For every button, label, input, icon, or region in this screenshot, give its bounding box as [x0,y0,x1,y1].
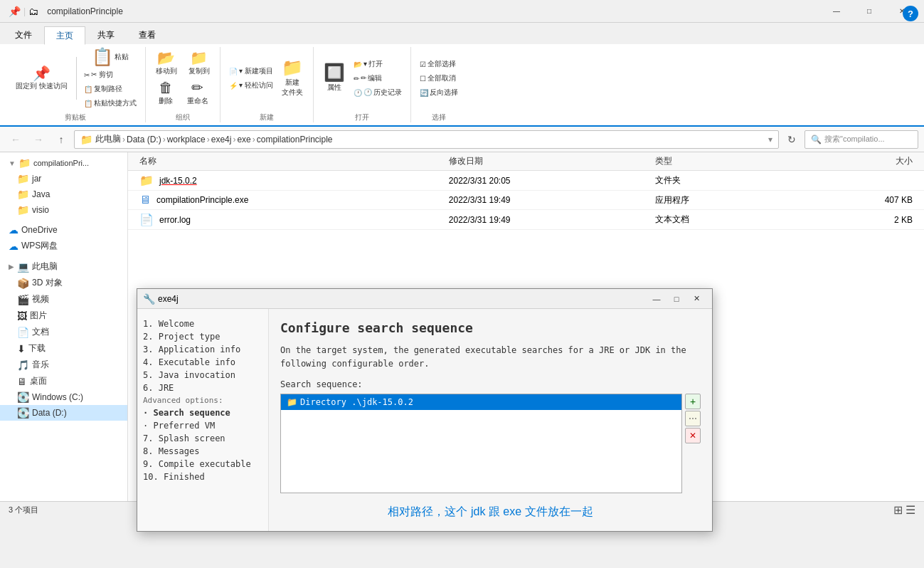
copy-path-button[interactable]: 📋 复制路径 [81,83,139,95]
sidebar-item-label: visio [32,205,49,215]
nav-messages[interactable]: 8. Messages [143,445,262,458]
file-list-header: 名称 修改日期 类型 大小 [128,152,924,171]
new-folder-button[interactable]: 📁 新建文件夹 [277,58,307,99]
edit-button[interactable]: ✏ ✏ 编辑 [351,72,405,85]
maximize-button[interactable]: □ [853,0,886,23]
exe4j-dialog[interactable]: 🔧 exe4j — □ ✕ 1. Welcome 2. Project type… [137,288,713,532]
sidebar-item-downloads[interactable]: ⬇ 下载 [0,340,127,357]
nav-compile-executable[interactable]: 9. Compile executable [143,458,262,470]
file-name-exe: 🖥 compilationPrinciple.exe [139,194,449,206]
sidebar-item-desktop[interactable]: 🖥 桌面 [0,373,127,389]
paste-icon: 📋 [92,48,113,65]
move-to-button[interactable]: 📂 移动到 [152,49,181,78]
tab-home[interactable]: 主页 [44,26,85,45]
sequence-delete-button[interactable]: ✕ [685,428,701,443]
col-header-size[interactable]: 大小 [809,155,913,167]
sidebar-item-java[interactable]: 📁 Java [0,186,127,202]
nav-welcome[interactable]: 1. Welcome [143,317,262,330]
pin-icon: 📌 [9,6,21,17]
sequence-add-button[interactable]: + [685,394,701,409]
scissors-icon: ✂ [84,71,90,79]
dialog-maximize-btn[interactable]: □ [667,291,686,307]
nav-preferred-vm[interactable]: · Preferred VM [143,419,262,432]
new-item-button[interactable]: 📄 ▾ 新建项目 [226,65,276,78]
sequence-item-0[interactable]: 📁 Directory .\jdk-15.0.2 [281,394,681,410]
nav-application-info[interactable]: 3. Application info [143,343,262,356]
sidebar-item-documents[interactable]: 📄 文档 [0,324,127,340]
open-button[interactable]: 📂 ▾ 打开 [351,58,405,70]
paste-shortcut-icon: 📋 [84,100,92,107]
list-view-icon[interactable]: ⊞ [893,503,903,517]
dialog-titlebar: 🔧 exe4j — □ ✕ [137,289,712,309]
sidebar-item-video[interactable]: 🎬 视频 [0,291,127,307]
sidebar-item-label: Data (D:) [32,408,67,418]
col-header-date[interactable]: 修改日期 [449,155,655,167]
up-button[interactable]: ↑ [51,130,71,149]
sidebar-item-pictures[interactable]: 🖼 图片 [0,307,127,324]
file-row-log[interactable]: 📄 error.log 2022/3/31 19:49 文本文档 2 KB [128,210,924,230]
easy-access-button[interactable]: ⚡ ▾ 轻松访问 [226,79,276,92]
sidebar-item-thispc[interactable]: ▶ 💻 此电脑 [0,258,127,275]
address-input[interactable]: 📁 此电脑 › Data (D:) › workplace › exe4j › … [74,130,779,149]
nav-advanced-label: Advanced options: [143,394,262,406]
minimize-button[interactable]: — [820,0,853,23]
sidebar-item-jar[interactable]: 📁 jar [0,171,127,186]
cut-button[interactable]: ✂ ✂ 剪切 [81,68,139,81]
copy-path-icon: 📋 [84,85,92,93]
nav-finished[interactable]: 10. Finished [143,470,262,483]
address-dropdown[interactable]: ▾ [768,135,772,144]
properties-button[interactable]: 🔲 属性 [319,63,349,94]
desktop-icon: 🖥 [17,376,27,387]
onedrive-icon: ☁ [9,224,18,236]
nav-splash-screen[interactable]: 7. Splash screen [143,432,262,445]
nav-project-type[interactable]: 2. Project type [143,330,262,343]
sidebar-item-onedrive[interactable]: ☁ OneDrive [0,222,127,238]
nav-executable-info[interactable]: 4. Executable info [143,356,262,369]
dialog-sequence-label: Search sequence: [280,379,701,389]
deselect-all-button[interactable]: ☐ 全部取消 [417,72,461,85]
sidebar-item-data-d[interactable]: 💽 Data (D:) [0,405,127,421]
ribbon-group-clipboard: 📌 固定到 快速访问 📋 粘贴 ✂ ✂ 剪切 📋 复制路径 📋 [6,47,146,122]
invert-select-button[interactable]: 🔄 反向选择 [417,86,461,99]
rename-button[interactable]: ✏ 重命名 [183,79,213,107]
col-header-name[interactable]: 名称 [139,155,449,167]
tab-view[interactable]: 查看 [127,26,168,44]
col-header-type[interactable]: 类型 [655,155,809,167]
history-button[interactable]: 🕐 🕐 历史记录 [351,86,405,99]
delete-button[interactable]: 🗑 删除 [152,79,180,107]
file-row-jdk[interactable]: 📁 jdk-15.0.2 2022/3/31 20:05 文件夹 [128,171,924,191]
paste-shortcut-button[interactable]: 📋 粘贴快捷方式 [81,97,139,110]
file-row-exe[interactable]: 🖥 compilationPrinciple.exe 2022/3/31 19:… [128,191,924,210]
back-button[interactable]: ← [6,130,26,149]
sidebar-item-compilationpri[interactable]: ▼ 📁 compilationPri... [0,155,127,171]
nav-search-sequence[interactable]: · Search sequence [143,406,262,419]
sequence-edit-button[interactable]: ⋯ [685,411,701,426]
dialog-close-btn[interactable]: ✕ [686,291,706,307]
exe-icon: 🖥 [139,194,151,206]
tab-share[interactable]: 共享 [85,26,127,44]
sidebar-item-visio[interactable]: 📁 visio [0,202,127,218]
new-items: 📄 ▾ 新建项目 ⚡ ▾ 轻松访问 📁 新建文件夹 [226,47,307,110]
help-button[interactable]: ? [903,6,918,21]
sidebar-item-music[interactable]: 🎵 音乐 [0,357,127,373]
detail-view-icon[interactable]: ☰ [906,503,915,517]
new-item-icon: 📄 [229,68,238,75]
select-all-button[interactable]: ☑ 全部选择 [417,58,461,70]
pc-icon: 💻 [17,261,29,273]
dialog-minimize-btn[interactable]: — [647,291,667,307]
dialog-title: exe4j [158,294,179,304]
paste-button[interactable]: 📋 粘贴 [81,47,139,67]
sidebar-item-3d[interactable]: 📦 3D 对象 [0,275,127,291]
refresh-button[interactable]: ↻ [782,130,802,149]
tab-file[interactable]: 文件 [3,26,44,44]
search-box[interactable]: 🔍 搜索"compilatio... [804,130,918,149]
nav-jre[interactable]: 6. JRE [143,382,262,394]
sidebar-item-wps[interactable]: ☁ WPS网盘 [0,238,127,254]
sidebar-item-windows-c[interactable]: 💽 Windows (C:) [0,389,127,405]
pin-to-quickaccess-button[interactable]: 📌 固定到 快速访问 [11,65,72,92]
forward-button[interactable]: → [28,130,48,149]
nav-java-invocation[interactable]: 5. Java invocation [143,369,262,382]
copy-to-button[interactable]: 📁 复制到 [184,49,214,78]
ribbon-content: 📌 固定到 快速访问 📋 粘贴 ✂ ✂ 剪切 📋 复制路径 📋 [0,44,924,127]
edit-icon: ✏ [354,75,359,83]
